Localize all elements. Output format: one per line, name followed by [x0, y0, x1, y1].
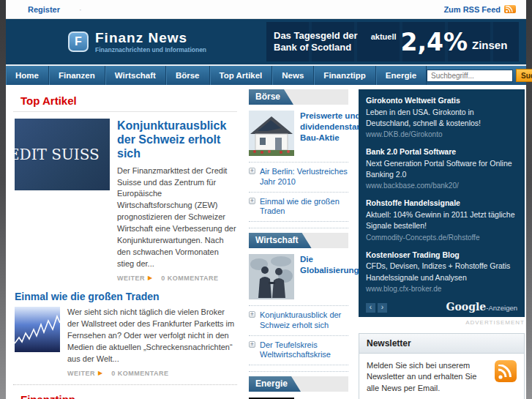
nav-item-finanztipp[interactable]: Finanztipp: [314, 66, 376, 85]
banner-ad[interactable]: Das Tagesgeld der Bank of Scotland aktue…: [266, 22, 519, 61]
top-artikel-heading: Top Artikel: [13, 89, 237, 112]
article-teaser: Wer sieht sich nicht täglich die vielen …: [67, 307, 237, 365]
section-tab-boerse[interactable]: Börse: [249, 89, 293, 105]
nav-item-finanzen[interactable]: Finanzen: [49, 66, 105, 85]
featured-article-title[interactable]: Die Globalisierung: [300, 254, 359, 299]
section-energie: Energie Bis zu 25 Prozent sp: [249, 371, 348, 399]
article-link[interactable]: + Einmal wie die großen Traden: [249, 193, 348, 223]
site-logo[interactable]: F Finanz News Finanznachrichten und Info…: [68, 31, 206, 53]
page-wrapper: Register · Zum RSS Feed F Finanz News Fi…: [6, 0, 526, 399]
newsletter-text: Melden Sie sich bei unserem Newsletter a…: [367, 360, 489, 394]
newsletter-box: Newsletter Melden Sie sich bei unserem N…: [359, 333, 525, 399]
comments-link[interactable]: 0 KOMMENTARE: [161, 275, 218, 282]
nav-item-energie[interactable]: Energie: [376, 66, 427, 85]
weiter-arrow-icon: ▶: [98, 370, 102, 376]
banner-zinsen: Zinsen: [472, 39, 507, 51]
banner-rate: 2,4%: [401, 28, 468, 56]
google-ads-box: Girokonto Weltweit Gratis Leben in den U…: [359, 89, 525, 317]
left-column: Top Artikel EDIT SUISS Konjunkturausblic…: [13, 89, 243, 399]
right-column: Girokonto Weltweit Gratis Leben in den U…: [359, 89, 526, 399]
plus-icon: +: [249, 168, 255, 174]
newsletter-heading: Newsletter: [359, 334, 524, 354]
article-title[interactable]: Konjunkturausblick der Schweiz erholt si…: [117, 119, 237, 161]
section-boerse: Börse: [249, 89, 348, 222]
middle-column: Börse: [247, 89, 350, 399]
nav-item-top-artikel[interactable]: Top Artikel: [210, 66, 273, 85]
section-tab-wirtschaft[interactable]: Wirtschaft: [249, 233, 312, 248]
topbar-separator: ·: [79, 5, 82, 14]
plus-icon: +: [249, 198, 255, 204]
article-link[interactable]: + Der Teufelskreis Weltwirtschaftskrise: [249, 336, 348, 366]
rss-feed-link[interactable]: Zum RSS Feed: [443, 5, 501, 14]
house-solar-image[interactable]: [249, 111, 294, 156]
ad-trading-blog[interactable]: Kostenloser Trading Blog CFDs, Devisen, …: [366, 250, 517, 294]
rss-icon[interactable]: [495, 360, 517, 382]
main-nav: Home Finanzen Wirtschaft Börse Top Artik…: [6, 64, 526, 85]
ads-next-button[interactable]: ›: [378, 303, 387, 313]
nav-item-news[interactable]: News: [272, 66, 314, 85]
article-konjunktur: EDIT SUISS Konjunkturausblick der Schwei…: [13, 119, 237, 289]
article-link[interactable]: + Air Berlin: Verlustreiches Jahr 2010: [249, 163, 348, 193]
advertisement-label: ADVERTISEMENT: [359, 319, 525, 326]
nav-item-boerse[interactable]: Börse: [166, 66, 210, 85]
article-link[interactable]: + Konjunkturausblick der Schweiz erholt …: [249, 306, 348, 336]
site-subtitle: Finanznachrichten und Informationen: [95, 46, 206, 53]
search-input[interactable]: [427, 70, 513, 82]
main-content: Top Artikel EDIT SUISS Konjunkturausblic…: [6, 85, 526, 399]
article-teaser: Der Finanzmarkttest der Credit Suisse un…: [117, 165, 237, 270]
section-tab-energie[interactable]: Energie: [249, 376, 301, 392]
comments-link[interactable]: 0 KOMMENTARE: [111, 370, 168, 377]
nav-item-wirtschaft[interactable]: Wirtschaft: [105, 66, 166, 85]
weiter-arrow-icon: ▶: [148, 275, 152, 281]
weiter-link[interactable]: WEITER: [67, 370, 95, 377]
plus-icon: +: [249, 341, 255, 348]
ad-girokonto[interactable]: Girokonto Weltweit Gratis Leben in den U…: [366, 95, 517, 140]
article-title[interactable]: Einmal wie die großen Traden: [15, 291, 237, 302]
ads-prev-button[interactable]: ‹: [366, 303, 375, 313]
article-traden: Einmal wie die großen Traden Wer sieht s…: [13, 291, 237, 385]
banner-line2: Bank of Scotland: [274, 42, 358, 53]
banner-line1: Das Tagesgeld der: [274, 30, 358, 42]
credit-suisse-image[interactable]: EDIT SUISS: [15, 119, 110, 190]
ad-bank-portal[interactable]: Bank 2.0 Portal Software Next Generation…: [366, 146, 517, 191]
register-link[interactable]: Register: [28, 5, 60, 14]
credit-suisse-logo-text: EDIT SUISS: [15, 146, 100, 163]
google-anzeigen-logo[interactable]: Google-Anzeigen: [446, 301, 517, 313]
ad-rohstoffe[interactable]: Rohstoffe Handelssignale Aktuell: 104% G…: [366, 198, 517, 242]
nav-item-home[interactable]: Home: [6, 66, 49, 85]
site-title: Finanz News: [95, 31, 206, 45]
rss-icon[interactable]: [504, 5, 516, 13]
stock-chart-image[interactable]: [15, 307, 60, 352]
search-button[interactable]: Suchen: [516, 69, 532, 82]
globalization-image[interactable]: [249, 254, 294, 299]
site-header: F Finanz News Finanznachrichten und Info…: [6, 19, 526, 64]
topbar: Register · Zum RSS Feed: [6, 0, 526, 19]
section-wirtschaft: Wirtschaft: [249, 228, 348, 365]
weiter-link[interactable]: WEITER: [117, 275, 145, 282]
banner-aktuell: aktuell: [371, 32, 397, 41]
logo-icon: F: [68, 31, 89, 52]
finanztipp-heading: Finanztipp: [13, 388, 237, 399]
plus-icon: +: [249, 311, 255, 318]
